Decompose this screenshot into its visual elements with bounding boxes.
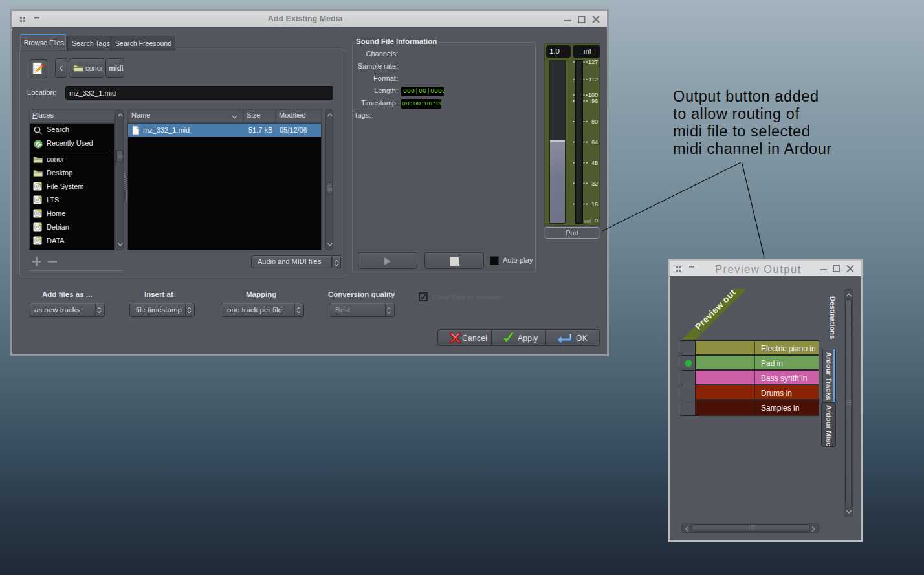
svg-text:Preview out: Preview out — [693, 287, 738, 332]
